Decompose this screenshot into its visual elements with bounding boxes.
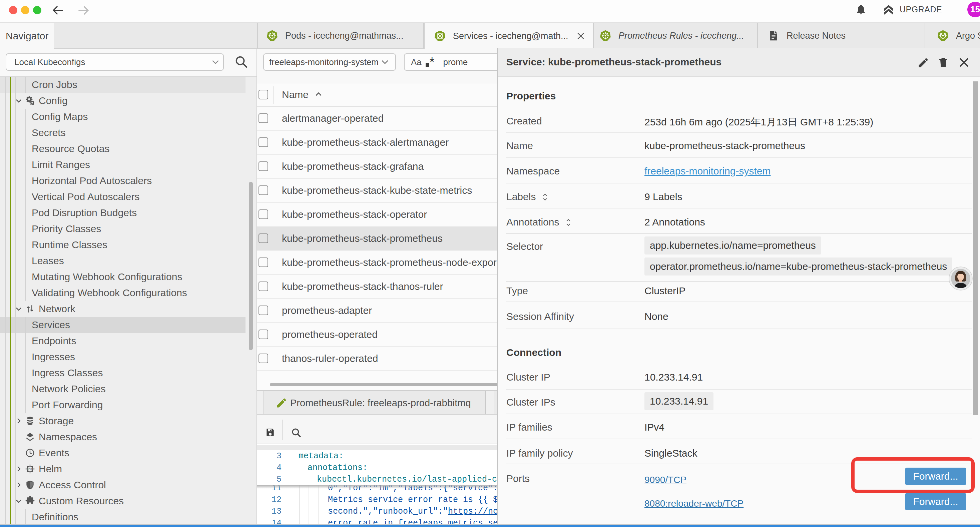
svg-text:HELM: HELM	[27, 468, 33, 470]
